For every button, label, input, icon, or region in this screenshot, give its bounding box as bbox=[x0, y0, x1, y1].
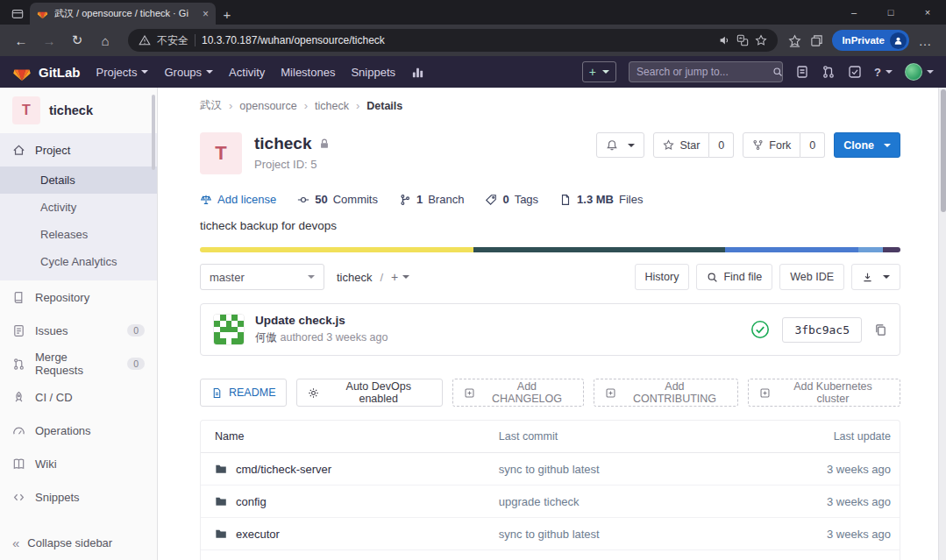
tags-link[interactable]: 0Tags bbox=[485, 193, 538, 206]
user-avatar-dropdown[interactable] bbox=[905, 63, 934, 81]
favorite-star-icon[interactable] bbox=[755, 34, 767, 46]
star-count[interactable]: 0 bbox=[709, 132, 734, 158]
page-scrollbar-thumb[interactable] bbox=[941, 89, 946, 212]
table-row[interactable]: executor sync to github latest 3 weeks a… bbox=[201, 518, 900, 550]
collections-icon[interactable] bbox=[810, 34, 823, 47]
table-row[interactable]: config upgrade ticheck 3 weeks ago bbox=[201, 486, 900, 518]
search-input[interactable] bbox=[637, 66, 772, 78]
assigned-issues-icon[interactable] bbox=[795, 65, 809, 79]
minimize-button[interactable]: – bbox=[836, 0, 872, 25]
sidebar-item-activity[interactable]: Activity bbox=[0, 194, 157, 221]
pipeline-status-icon[interactable] bbox=[750, 320, 770, 339]
tree-actions: History Find file Web IDE bbox=[635, 264, 900, 290]
sidebar-item-operations[interactable]: Operations bbox=[0, 414, 157, 447]
menu-groups[interactable]: Groups bbox=[164, 66, 213, 79]
file-name-link[interactable]: config bbox=[236, 495, 267, 508]
file-name-link[interactable]: executor bbox=[236, 528, 280, 541]
sidebar-item-repository[interactable]: Repository bbox=[0, 280, 157, 314]
breadcrumb-subgroup[interactable]: opensource bbox=[239, 100, 296, 112]
profile-avatar bbox=[890, 32, 907, 49]
sidebar-item-releases[interactable]: Releases bbox=[0, 221, 157, 248]
commit-message-link[interactable]: upgrade ticheck bbox=[499, 495, 794, 508]
collapse-sidebar-button[interactable]: « Collapse sidebar bbox=[0, 525, 157, 560]
sidebar-item-cycle-analytics[interactable]: Cycle Analytics bbox=[0, 248, 157, 275]
find-file-search-icon bbox=[707, 272, 718, 283]
analytics-icon[interactable] bbox=[411, 66, 424, 79]
find-file-button[interactable]: Find file bbox=[696, 264, 772, 290]
sidebar-item-wiki[interactable]: Wiki bbox=[0, 447, 157, 480]
breadcrumb-group[interactable]: 武汉 bbox=[200, 98, 222, 113]
security-warning-icon[interactable] bbox=[139, 34, 151, 46]
readme-button[interactable]: README bbox=[200, 379, 287, 407]
sidebar-item-snippets[interactable]: Snippets bbox=[0, 480, 157, 514]
forward-icon[interactable]: → bbox=[37, 28, 61, 53]
settings-menu-icon[interactable]: … bbox=[913, 28, 937, 53]
help-dropdown[interactable]: ? bbox=[874, 66, 893, 79]
read-aloud-icon[interactable] bbox=[718, 34, 730, 46]
gitlab-logo-link[interactable]: GitLab bbox=[12, 63, 81, 82]
menu-projects[interactable]: Projects bbox=[96, 66, 149, 79]
add-contributing-button[interactable]: Add CONTRIBUTING bbox=[594, 379, 738, 407]
favorites-bar-icon[interactable] bbox=[788, 34, 801, 47]
commit-message-link[interactable]: sync to github latest bbox=[499, 463, 794, 476]
merge-requests-icon[interactable] bbox=[822, 65, 836, 79]
repo-root-link[interactable]: ticheck bbox=[337, 271, 372, 284]
sidebar-scrollbar[interactable] bbox=[152, 95, 155, 170]
commit-author-avatar[interactable] bbox=[213, 314, 245, 345]
notifications-dropdown[interactable] bbox=[596, 132, 644, 158]
sidebar-item-merge-requests[interactable]: Merge Requests 0 bbox=[0, 347, 157, 380]
address-bar[interactable]: 不安全 10.3.70.187/wuhan/opensource/ticheck bbox=[128, 29, 778, 52]
language-bar[interactable] bbox=[200, 247, 900, 252]
fork-button[interactable]: Fork bbox=[743, 132, 800, 158]
sidebar-item-issues[interactable]: Issues 0 bbox=[0, 314, 157, 347]
commits-icon bbox=[297, 194, 309, 206]
menu-snippets[interactable]: Snippets bbox=[351, 66, 395, 79]
todos-icon[interactable] bbox=[848, 65, 862, 79]
commit-title-link[interactable]: Update check.js bbox=[255, 314, 388, 327]
close-button[interactable]: × bbox=[909, 0, 946, 25]
sidebar-item-project[interactable]: Project bbox=[0, 133, 157, 167]
refresh-icon[interactable]: ↻ bbox=[65, 28, 89, 53]
copy-sha-icon[interactable] bbox=[874, 323, 887, 337]
maximize-button[interactable]: □ bbox=[872, 0, 909, 25]
breadcrumb-project[interactable]: ticheck bbox=[315, 100, 349, 112]
web-ide-button[interactable]: Web IDE bbox=[779, 264, 844, 290]
commit-message-link[interactable]: sync to github latest bbox=[499, 528, 794, 541]
page-scrollbar[interactable] bbox=[938, 88, 946, 560]
sidebar-project-header[interactable]: T ticheck bbox=[0, 88, 157, 133]
sidebar-project-name: ticheck bbox=[49, 103, 93, 117]
branches-link[interactable]: 1Branch bbox=[399, 193, 464, 206]
menu-activity[interactable]: Activity bbox=[229, 66, 265, 79]
new-dropdown-button[interactable]: + bbox=[582, 61, 616, 82]
commits-link[interactable]: 50Commits bbox=[297, 193, 378, 206]
file-name-link[interactable]: cmd/ticheck-server bbox=[236, 463, 331, 476]
inprivate-badge[interactable]: InPrivate bbox=[832, 30, 909, 51]
download-dropdown[interactable] bbox=[851, 264, 900, 290]
commit-author-link[interactable]: 何傲 bbox=[255, 331, 277, 344]
files-link[interactable]: 1.3 MBFiles bbox=[559, 193, 643, 206]
add-kubernetes-button[interactable]: Add Kubernetes cluster bbox=[748, 379, 900, 407]
branch-selector[interactable]: master bbox=[200, 264, 324, 290]
add-changelog-button[interactable]: Add CHANGELOG bbox=[452, 379, 584, 407]
project-header: T ticheck Project ID: 5 bbox=[200, 132, 900, 174]
new-tab-button[interactable]: + bbox=[216, 4, 238, 25]
history-button[interactable]: History bbox=[635, 264, 690, 290]
table-row[interactable]: internal sync to github latest 3 weeks a… bbox=[201, 550, 900, 560]
table-row[interactable]: cmd/ticheck-server sync to github latest… bbox=[201, 453, 900, 486]
tab-close-icon[interactable]: × bbox=[203, 9, 209, 19]
commit-sha[interactable]: 3fbc9ac5 bbox=[782, 317, 862, 343]
browser-home-icon[interactable]: ⌂ bbox=[93, 28, 117, 53]
fork-count[interactable]: 0 bbox=[800, 132, 825, 158]
star-button[interactable]: Star bbox=[653, 132, 709, 158]
auto-devops-button[interactable]: Auto DevOps enabled bbox=[296, 379, 442, 407]
translate-icon[interactable] bbox=[736, 34, 749, 46]
clone-button[interactable]: Clone bbox=[834, 132, 900, 158]
sidebar-item-details[interactable]: Details bbox=[0, 167, 157, 194]
browser-tab[interactable]: 武汉 / opensource / ticheck · Gi × bbox=[30, 3, 216, 25]
menu-milestones[interactable]: Milestones bbox=[281, 66, 335, 79]
add-license-link[interactable]: Add license bbox=[200, 193, 276, 206]
tab-list-icon[interactable] bbox=[5, 4, 30, 25]
add-file-dropdown[interactable]: + bbox=[391, 270, 409, 284]
back-icon[interactable]: ← bbox=[9, 28, 33, 53]
sidebar-item-cicd[interactable]: CI / CD bbox=[0, 380, 157, 414]
